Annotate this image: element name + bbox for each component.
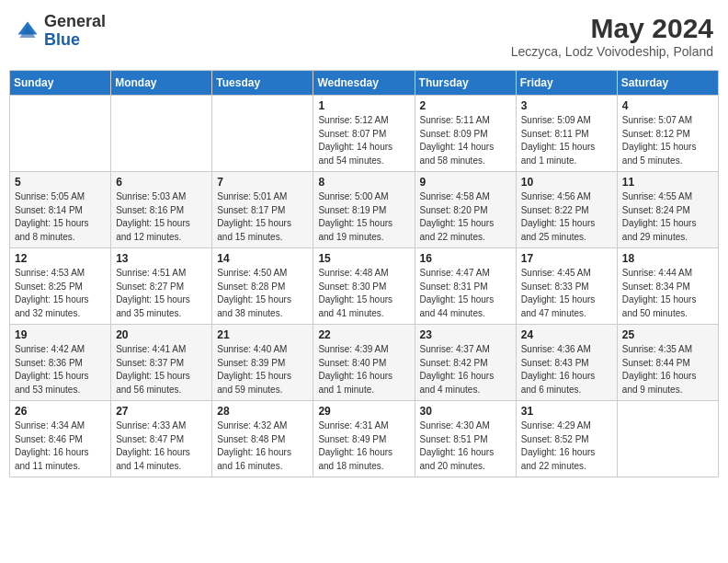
calendar-cell: 6Sunrise: 5:03 AM Sunset: 8:16 PM Daylig… [111,172,212,248]
day-number: 18 [622,252,713,265]
day-number: 27 [116,405,207,418]
day-info: Sunrise: 4:41 AM Sunset: 8:37 PM Dayligh… [116,343,207,396]
day-number: 24 [521,328,612,341]
day-number: 15 [318,252,409,265]
logo-blue-text: Blue [44,30,80,49]
calendar-cell: 1Sunrise: 5:12 AM Sunset: 8:07 PM Daylig… [313,96,415,172]
day-number: 2 [420,99,511,112]
day-number: 30 [420,405,511,418]
calendar-cell: 9Sunrise: 4:58 AM Sunset: 8:20 PM Daylig… [415,172,516,248]
calendar-cell: 8Sunrise: 5:00 AM Sunset: 8:19 PM Daylig… [313,172,415,248]
day-info: Sunrise: 4:32 AM Sunset: 8:48 PM Dayligh… [217,419,308,473]
day-number: 22 [318,328,409,341]
day-number: 1 [318,99,409,112]
day-info: Sunrise: 4:34 AM Sunset: 8:46 PM Dayligh… [15,419,106,473]
day-info: Sunrise: 4:37 AM Sunset: 8:42 PM Dayligh… [420,343,511,396]
day-info: Sunrise: 4:40 AM Sunset: 8:39 PM Dayligh… [217,343,308,396]
calendar-cell: 5Sunrise: 5:05 AM Sunset: 8:14 PM Daylig… [10,172,111,248]
calendar-cell: 28Sunrise: 4:32 AM Sunset: 8:48 PM Dayli… [212,401,313,477]
calendar-cell: 20Sunrise: 4:41 AM Sunset: 8:37 PM Dayli… [111,325,212,401]
day-number: 25 [622,328,713,341]
day-info: Sunrise: 5:03 AM Sunset: 8:16 PM Dayligh… [116,190,207,244]
calendar-cell: 14Sunrise: 4:50 AM Sunset: 8:28 PM Dayli… [212,248,313,325]
calendar-week-row: 1Sunrise: 5:12 AM Sunset: 8:07 PM Daylig… [10,96,719,172]
day-number: 7 [217,176,308,189]
day-info: Sunrise: 4:53 AM Sunset: 8:25 PM Dayligh… [15,267,106,320]
calendar-cell: 11Sunrise: 4:55 AM Sunset: 8:24 PM Dayli… [617,172,718,248]
day-number: 16 [420,252,511,265]
day-info: Sunrise: 4:36 AM Sunset: 8:43 PM Dayligh… [521,343,612,396]
day-info: Sunrise: 4:33 AM Sunset: 8:47 PM Dayligh… [116,419,207,473]
logo-text: General Blue [44,13,106,50]
weekday-header-wednesday: Wednesday [313,71,415,96]
calendar-cell: 23Sunrise: 4:37 AM Sunset: 8:42 PM Dayli… [415,325,516,401]
calendar-week-row: 19Sunrise: 4:42 AM Sunset: 8:36 PM Dayli… [10,325,719,401]
day-number: 21 [217,328,308,341]
calendar-cell: 4Sunrise: 5:07 AM Sunset: 8:12 PM Daylig… [617,96,718,172]
day-info: Sunrise: 4:35 AM Sunset: 8:44 PM Dayligh… [622,343,713,396]
calendar-cell: 21Sunrise: 4:40 AM Sunset: 8:39 PM Dayli… [212,325,313,401]
calendar-cell: 16Sunrise: 4:47 AM Sunset: 8:31 PM Dayli… [415,248,516,325]
calendar-cell: 13Sunrise: 4:51 AM Sunset: 8:27 PM Dayli… [111,248,212,325]
logo: General Blue [15,13,106,50]
main-title: May 2024 [511,13,713,44]
day-number: 9 [420,176,511,189]
day-info: Sunrise: 4:30 AM Sunset: 8:51 PM Dayligh… [420,419,511,473]
calendar-cell: 26Sunrise: 4:34 AM Sunset: 8:46 PM Dayli… [10,401,111,477]
day-info: Sunrise: 4:48 AM Sunset: 8:30 PM Dayligh… [318,267,409,320]
calendar-cell: 7Sunrise: 5:01 AM Sunset: 8:17 PM Daylig… [212,172,313,248]
calendar-cell: 19Sunrise: 4:42 AM Sunset: 8:36 PM Dayli… [10,325,111,401]
day-info: Sunrise: 4:58 AM Sunset: 8:20 PM Dayligh… [420,190,511,244]
calendar-cell: 3Sunrise: 5:09 AM Sunset: 8:11 PM Daylig… [516,96,617,172]
calendar-cell: 17Sunrise: 4:45 AM Sunset: 8:33 PM Dayli… [516,248,617,325]
calendar-cell: 30Sunrise: 4:30 AM Sunset: 8:51 PM Dayli… [415,401,516,477]
day-info: Sunrise: 5:09 AM Sunset: 8:11 PM Dayligh… [521,114,612,167]
calendar-cell: 22Sunrise: 4:39 AM Sunset: 8:40 PM Dayli… [313,325,415,401]
logo-icon [15,18,40,44]
calendar-table: SundayMondayTuesdayWednesdayThursdayFrid… [9,70,719,477]
day-info: Sunrise: 4:29 AM Sunset: 8:52 PM Dayligh… [521,419,612,473]
day-info: Sunrise: 5:12 AM Sunset: 8:07 PM Dayligh… [318,114,409,167]
calendar-cell: 12Sunrise: 4:53 AM Sunset: 8:25 PM Dayli… [10,248,111,325]
calendar-week-row: 26Sunrise: 4:34 AM Sunset: 8:46 PM Dayli… [10,401,719,477]
day-number: 19 [15,328,106,341]
day-number: 17 [521,252,612,265]
calendar-header-row: SundayMondayTuesdayWednesdayThursdayFrid… [10,71,719,96]
day-number: 31 [521,405,612,418]
logo-general-text: General [44,12,106,30]
weekday-header-friday: Friday [516,71,617,96]
day-number: 4 [622,99,713,112]
calendar-week-row: 12Sunrise: 4:53 AM Sunset: 8:25 PM Dayli… [10,248,719,325]
calendar-cell: 31Sunrise: 4:29 AM Sunset: 8:52 PM Dayli… [516,401,617,477]
day-number: 6 [116,176,207,189]
calendar-cell [212,96,313,172]
day-number: 12 [15,252,106,265]
day-number: 5 [15,176,106,189]
day-info: Sunrise: 5:01 AM Sunset: 8:17 PM Dayligh… [217,190,308,244]
calendar-cell: 25Sunrise: 4:35 AM Sunset: 8:44 PM Dayli… [617,325,718,401]
day-info: Sunrise: 4:39 AM Sunset: 8:40 PM Dayligh… [318,343,409,396]
day-number: 23 [420,328,511,341]
day-info: Sunrise: 5:00 AM Sunset: 8:19 PM Dayligh… [318,190,409,244]
day-info: Sunrise: 4:47 AM Sunset: 8:31 PM Dayligh… [420,267,511,320]
weekday-header-tuesday: Tuesday [212,71,313,96]
day-number: 29 [318,405,409,418]
day-number: 10 [521,176,612,189]
day-number: 13 [116,252,207,265]
calendar-cell [617,401,718,477]
calendar-cell [10,96,111,172]
page-header: General Blue May 2024 Leczyca, Lodz Voiv… [9,9,719,63]
calendar-cell: 24Sunrise: 4:36 AM Sunset: 8:43 PM Dayli… [516,325,617,401]
calendar-cell: 15Sunrise: 4:48 AM Sunset: 8:30 PM Dayli… [313,248,415,325]
day-info: Sunrise: 4:51 AM Sunset: 8:27 PM Dayligh… [116,267,207,320]
subtitle: Leczyca, Lodz Voivodeship, Poland [511,44,713,59]
calendar-cell [111,96,212,172]
calendar-cell: 29Sunrise: 4:31 AM Sunset: 8:49 PM Dayli… [313,401,415,477]
calendar-cell: 2Sunrise: 5:11 AM Sunset: 8:09 PM Daylig… [415,96,516,172]
calendar-cell: 27Sunrise: 4:33 AM Sunset: 8:47 PM Dayli… [111,401,212,477]
day-number: 14 [217,252,308,265]
day-info: Sunrise: 4:31 AM Sunset: 8:49 PM Dayligh… [318,419,409,473]
calendar-cell: 10Sunrise: 4:56 AM Sunset: 8:22 PM Dayli… [516,172,617,248]
day-info: Sunrise: 4:56 AM Sunset: 8:22 PM Dayligh… [521,190,612,244]
weekday-header-thursday: Thursday [415,71,516,96]
